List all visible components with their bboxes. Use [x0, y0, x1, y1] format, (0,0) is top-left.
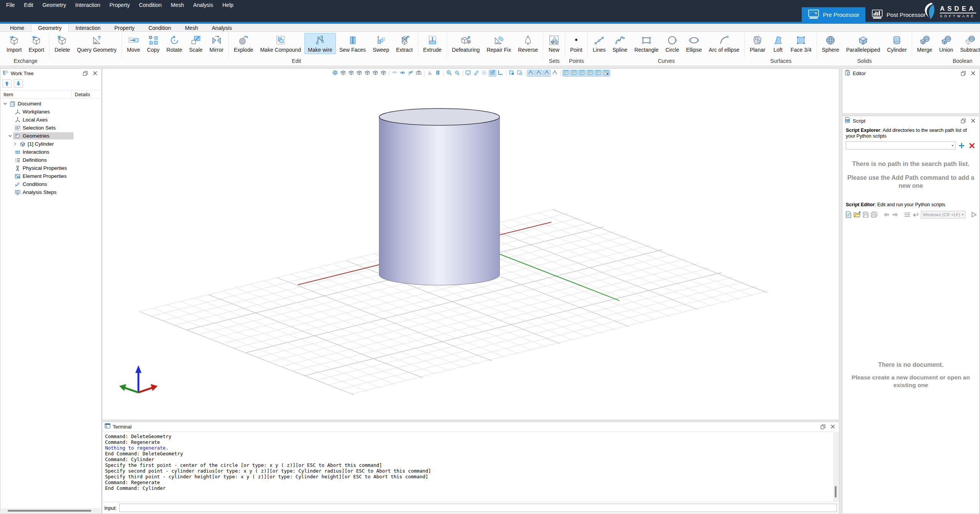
chevron-down-icon[interactable] [7, 134, 13, 138]
terminal-float-button[interactable] [819, 423, 827, 430]
eol-selector[interactable]: Windows (CR +LF) ▾ [921, 211, 965, 218]
chevron-down-icon[interactable] [2, 102, 8, 105]
ribbon-item-move[interactable]: Move [123, 33, 143, 54]
filter-faces-button[interactable] [586, 70, 594, 77]
column-details[interactable]: Details [71, 90, 101, 98]
ribbon-item-delete[interactable]: Delete [51, 33, 73, 54]
ribbon-item-ellipse[interactable]: Ellipse [682, 33, 705, 54]
navigate-back-icon[interactable] [883, 210, 890, 218]
tree-item-selection-sets[interactable]: Selection Sets [0, 124, 101, 132]
view-iso-4-button[interactable] [363, 70, 371, 77]
viewport-3d[interactable] [102, 68, 839, 420]
grid-display-button[interactable] [480, 70, 488, 77]
tree-item-conditions[interactable]: Conditions [0, 180, 101, 188]
remove-path-button[interactable] [968, 141, 976, 149]
tab-condition[interactable]: Condition [141, 24, 178, 31]
tree-item-geometries[interactable]: Geometries [0, 132, 101, 140]
view-iso-2-button[interactable] [347, 70, 355, 77]
column-item[interactable]: Item [0, 92, 71, 97]
tree-item-analysis-steps[interactable]: Analysis Steps [0, 188, 101, 196]
ribbon-item-sweep[interactable]: Sweep [369, 33, 393, 54]
tree-item-physical-properties[interactable]: Physical Properties [0, 164, 101, 172]
filter-shells-button[interactable] [594, 70, 602, 77]
menu-item-interaction[interactable]: Interaction [71, 0, 105, 10]
ribbon-item-circle[interactable]: Circle [662, 33, 682, 54]
run-script-button[interactable] [971, 210, 977, 218]
ruler-axes-button[interactable] [497, 70, 504, 77]
ribbon-item-loft[interactable]: Loft [769, 33, 787, 54]
select-wires-button[interactable] [551, 70, 559, 77]
view-iso-3-button[interactable] [355, 70, 363, 77]
ribbon-item-sew-faces[interactable]: Sew Faces [336, 33, 369, 54]
menu-item-property[interactable]: Property [105, 0, 135, 10]
terminal-vscroll-thumb[interactable] [835, 486, 837, 498]
search-path-combobox[interactable]: ▾ [846, 141, 955, 149]
ribbon-item-scale[interactable]: Scale [186, 33, 206, 54]
eol-return-icon[interactable] [913, 210, 919, 218]
view-iso-6-button[interactable] [380, 70, 387, 77]
show-all-button[interactable] [399, 70, 406, 77]
ribbon-item-new[interactable]: New [545, 33, 563, 54]
perspective-projection-button[interactable] [426, 70, 434, 77]
ribbon-item-extrude[interactable]: Extrude [420, 33, 445, 54]
save-all-icon[interactable] [871, 210, 878, 218]
ribbon-item-face-3-4[interactable]: Face 3/4 [787, 33, 815, 54]
ribbon-item-point[interactable]: Point [567, 33, 586, 54]
ribbon-item-copy[interactable]: Copy [143, 33, 163, 54]
menu-item-analysis[interactable]: Analysis [189, 0, 218, 10]
sketch-mode-button[interactable] [472, 70, 480, 77]
scene-3d[interactable] [102, 69, 839, 420]
ribbon-item-repair-fix[interactable]: Repair Fix [483, 33, 515, 54]
tree-item-interactions[interactable]: Interactions [0, 148, 101, 156]
ribbon-item-extract[interactable]: Extract [393, 33, 416, 54]
script-float-button[interactable] [959, 117, 967, 124]
move-up-button[interactable] [2, 79, 12, 88]
ribbon-item-spline[interactable]: Spline [609, 33, 631, 54]
cylinder-solid[interactable] [378, 107, 501, 291]
tab-mesh[interactable]: Mesh [178, 24, 205, 31]
tree-item-definitions[interactable]: Definitions [0, 156, 101, 164]
add-path-button[interactable] [957, 141, 966, 149]
ribbon-item-parallelepiped[interactable]: Parallelepiped [843, 33, 884, 54]
terminal-vscrollbar[interactable] [833, 432, 839, 502]
save-script-icon[interactable] [863, 210, 869, 218]
work-tree-hscrollbar[interactable] [1, 508, 101, 513]
menu-item-help[interactable]: Help [218, 0, 238, 10]
zoom-window-button[interactable] [445, 70, 453, 77]
chevron-right-icon[interactable] [12, 142, 18, 146]
tree-item-workplanes[interactable]: Workplanes [0, 108, 101, 116]
ribbon-item-union[interactable]: Union [936, 33, 957, 54]
view-iso-1-button[interactable] [339, 70, 347, 77]
screenshot-button[interactable] [415, 70, 423, 77]
ribbon-item-query-geometry[interactable]: ?Query Geometry [74, 33, 120, 54]
terminal-close-button[interactable] [829, 423, 837, 430]
parallel-projection-button[interactable] [434, 70, 442, 77]
navigate-forward-icon[interactable] [892, 210, 899, 218]
pre-processor-button[interactable]: Pre Processor [802, 7, 865, 22]
menu-item-file[interactable]: File [2, 0, 20, 10]
menu-item-condition[interactable]: Condition [134, 0, 166, 10]
ribbon-item-export[interactable]: Export [25, 33, 48, 54]
tree-item-local-axes[interactable]: Local Axes [0, 116, 101, 124]
indentation-settings-icon[interactable] [904, 210, 911, 218]
ribbon-item-arc-of-ellipse[interactable]: Arc of ellipse [705, 33, 743, 54]
select-edges-button[interactable] [535, 70, 543, 77]
filter-wires-button[interactable] [578, 70, 586, 77]
tab-home[interactable]: Home [3, 24, 31, 31]
grid-snap-button[interactable] [488, 70, 496, 77]
terminal-output[interactable]: Command: DeleteGeometryCommand: Regenera… [103, 432, 839, 502]
ribbon-item-defeaturing[interactable]: Defeaturing [449, 33, 483, 54]
filter-points-button[interactable] [562, 70, 570, 77]
workplane-view-button[interactable] [508, 70, 515, 77]
workplane-align-button[interactable] [516, 70, 523, 77]
tab-analysis[interactable]: Analysis [205, 24, 239, 31]
tree-item-document[interactable]: Document [0, 100, 101, 108]
ribbon-item-rotate[interactable]: Rotate [163, 33, 186, 54]
ribbon-item-make-wire[interactable]: Make wire [304, 33, 336, 54]
menu-item-geometry[interactable]: Geometry [38, 0, 71, 10]
hide-unselected-button[interactable] [391, 70, 398, 77]
work-tree-hscroll-thumb[interactable] [8, 510, 91, 512]
script-close-button[interactable] [969, 117, 977, 124]
tree-item-1-cylinder[interactable]: [1] Cylinder [0, 140, 101, 148]
work-tree-float-button[interactable] [81, 70, 89, 77]
